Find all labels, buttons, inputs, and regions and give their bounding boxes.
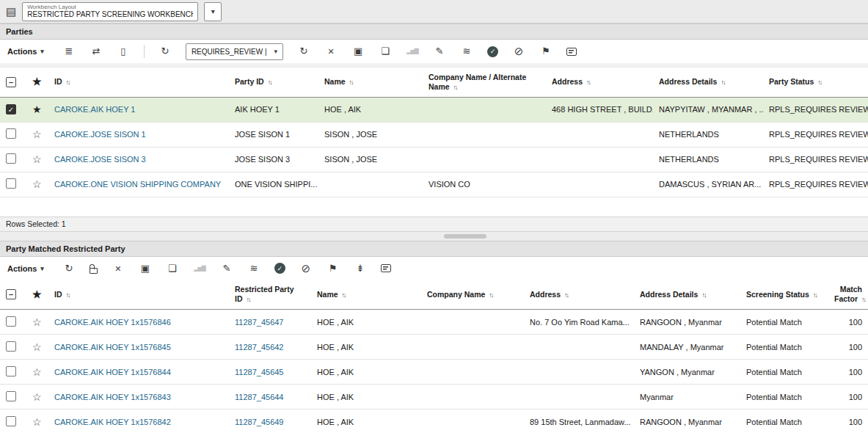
sort-icon[interactable]: ↑↓	[564, 291, 568, 299]
select-all-checkbox[interactable]: –	[6, 289, 16, 299]
parties-actions-button[interactable]: Actions ▾	[7, 47, 44, 56]
party-id-link[interactable]: CAROKE.ONE VISION SHIPPING COMPANY	[54, 180, 221, 189]
workbench-layout-combo[interactable]: Workbench Layout RESTRICTED PARTY SCREEN…	[22, 2, 198, 21]
row-checkbox[interactable]	[6, 341, 16, 352]
workbench-layout-dropdown-button[interactable]: ▾	[204, 2, 222, 21]
row-checkbox[interactable]	[6, 391, 16, 401]
row-checkbox[interactable]	[6, 128, 16, 139]
save-icon[interactable]: ▣	[351, 46, 365, 57]
horizontal-scrollbar[interactable]	[0, 232, 868, 241]
cell-screening-status: Potential Match	[746, 343, 802, 352]
copy-icon[interactable]: ❏	[379, 46, 392, 57]
matches-actions-button[interactable]: Actions ▾	[7, 264, 44, 273]
row-checkbox[interactable]	[6, 366, 16, 376]
table-row[interactable]: ☆ CAROKE.AIK HOEY 1x1576842 11287_45649 …	[0, 410, 868, 433]
feedback-icon[interactable]	[381, 264, 391, 272]
sort-icon[interactable]: ↑↓	[861, 296, 865, 303]
sort-icon[interactable]: ↑↓	[586, 79, 590, 86]
row-checkbox[interactable]	[6, 178, 16, 189]
cancel-icon[interactable]: ✕	[112, 263, 125, 274]
reload-icon[interactable]: ↻	[158, 46, 172, 57]
feedback-icon[interactable]	[566, 48, 577, 56]
favorite-icon[interactable]: ☆	[32, 178, 42, 190]
select-all-checkbox[interactable]: –	[6, 77, 16, 87]
sort-icon[interactable]: ↑↓	[349, 79, 353, 86]
sort-icon[interactable]: ↑↓	[453, 84, 457, 91]
sort-icon[interactable]: ↑↓	[721, 79, 724, 86]
favorite-icon[interactable]: ☆	[32, 153, 42, 165]
refresh-icon[interactable]: ↻	[62, 263, 76, 274]
match-id-link[interactable]: CAROKE.AIK HOEY 1x1576846	[54, 318, 171, 327]
block-icon[interactable]: ⊘	[512, 46, 525, 57]
scrollbar-thumb[interactable]	[444, 234, 486, 239]
chart-icon[interactable]: ▂▅▇	[193, 263, 206, 274]
match-id-link[interactable]: CAROKE.AIK HOEY 1x1576844	[54, 368, 171, 376]
table-row[interactable]: ☆ CAROKE.AIK HOEY 1x1576845 11287_45642 …	[0, 335, 868, 360]
chart-icon[interactable]: ▂▅▇	[406, 46, 419, 57]
column-header-address-details: Address Details	[640, 290, 698, 299]
table-row[interactable]: ☆ CAROKE.AIK HOEY 1x1576843 11287_45644 …	[0, 385, 868, 410]
sort-icon[interactable]: ↑↓	[268, 79, 271, 86]
party-id-link[interactable]: CAROKE.JOSE SISON 3	[54, 155, 146, 164]
favorite-column-icon[interactable]: ★	[32, 288, 42, 300]
restricted-party-id-link[interactable]: 11287_45647	[235, 318, 283, 327]
edit-icon[interactable]: ✎	[220, 263, 233, 274]
workbench-layouts-icon[interactable]: ▤	[6, 5, 16, 18]
status-filter-select[interactable]: REQUIRES_REVIEW | ▾	[186, 43, 283, 60]
copy-icon[interactable]: ❏	[166, 263, 179, 274]
favorite-icon[interactable]: ☆	[32, 366, 42, 378]
flag-icon[interactable]: ⚑	[327, 263, 340, 274]
restricted-party-id-link[interactable]: 11287_45642	[235, 343, 283, 352]
new-document-icon[interactable]: ▯	[117, 46, 130, 57]
block-icon[interactable]: ⊘	[299, 263, 313, 274]
table-row[interactable]: ☆ CAROKE.AIK HOEY 1x1576846 11287_45647 …	[0, 310, 868, 335]
row-checkbox[interactable]	[6, 316, 16, 327]
table-settings-icon[interactable]: ≣	[62, 46, 76, 57]
row-checkbox[interactable]	[6, 153, 16, 164]
refresh-icon[interactable]: ↻	[297, 46, 310, 57]
restricted-party-id-link[interactable]: 11287_45645	[235, 368, 283, 376]
approve-icon[interactable]: ✓	[274, 263, 285, 274]
table-row[interactable]: ☆ CAROKE.JOSE SISON 1 JOSE SISON 1 SISON…	[0, 122, 868, 147]
sliders-icon[interactable]: ≋	[247, 263, 260, 274]
favorite-icon[interactable]: ☆	[32, 341, 42, 353]
favorite-icon[interactable]: ☆	[32, 391, 42, 403]
swap-view-icon[interactable]: ⇄	[90, 46, 103, 57]
favorite-icon[interactable]: ☆	[32, 416, 42, 428]
restricted-party-id-link[interactable]: 11287_45644	[235, 393, 283, 401]
edit-icon[interactable]: ✎	[433, 46, 446, 57]
table-row[interactable]: ☆ CAROKE.AIK HOEY 1x1576844 11287_45645 …	[0, 360, 868, 385]
sort-icon[interactable]: ↑↓	[813, 291, 817, 299]
favorite-column-icon[interactable]: ★	[32, 76, 42, 87]
sort-icon[interactable]: ↑↓	[489, 291, 492, 299]
favorite-icon[interactable]: ★	[32, 103, 42, 115]
lock-icon[interactable]	[90, 268, 98, 274]
favorite-icon[interactable]: ☆	[32, 128, 42, 140]
save-icon[interactable]: ▣	[139, 263, 152, 274]
match-id-link[interactable]: CAROKE.AIK HOEY 1x1576842	[54, 418, 171, 426]
match-id-link[interactable]: CAROKE.AIK HOEY 1x1576845	[54, 343, 171, 352]
table-row[interactable]: ✓ ★ CAROKE.AIK HOEY 1 AIK HOEY 1 HOE , A…	[0, 97, 868, 122]
actions-label: Actions	[7, 264, 37, 273]
favorite-icon[interactable]: ☆	[32, 316, 42, 328]
sort-icon[interactable]: ↑↓	[247, 296, 250, 303]
sort-icon[interactable]: ↑↓	[342, 291, 346, 299]
match-id-link[interactable]: CAROKE.AIK HOEY 1x1576843	[54, 393, 171, 401]
table-row[interactable]: ☆ CAROKE.ONE VISION SHIPPING COMPANY ONE…	[0, 172, 868, 197]
flag-icon[interactable]: ⚑	[539, 46, 552, 57]
sort-icon[interactable]: ↑↓	[66, 79, 70, 86]
party-id-link[interactable]: CAROKE.AIK HOEY 1	[54, 105, 135, 114]
sort-icon[interactable]: ↑↓	[701, 291, 705, 299]
table-row[interactable]: ☆ CAROKE.JOSE SISON 3 JOSE SISON 3 SISON…	[0, 147, 868, 172]
row-checkbox[interactable]: ✓	[6, 104, 16, 114]
cancel-icon[interactable]: ✕	[324, 46, 338, 57]
sliders-icon[interactable]: ≋	[460, 46, 473, 57]
sort-icon[interactable]: ↑↓	[817, 79, 821, 86]
restricted-party-id-link[interactable]: 11287_45649	[235, 418, 283, 426]
cell-address: 468 HIGH STREET , BUILD...	[552, 105, 653, 114]
row-checkbox[interactable]	[6, 416, 16, 426]
collapse-icon[interactable]: ⇟	[354, 263, 367, 274]
party-id-link[interactable]: CAROKE.JOSE SISON 1	[54, 130, 146, 139]
approve-icon[interactable]: ✓	[487, 46, 498, 57]
sort-icon[interactable]: ↑↓	[66, 291, 70, 299]
